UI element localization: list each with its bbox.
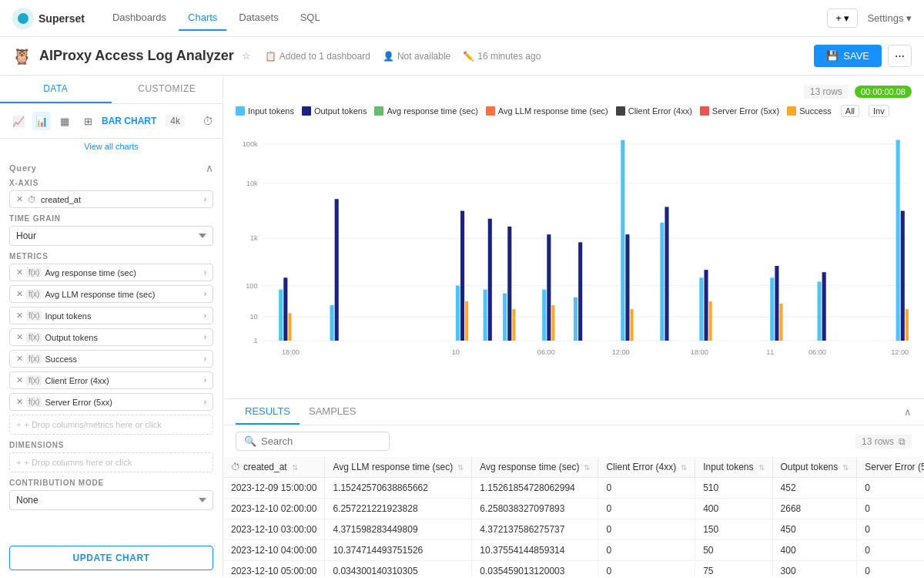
topnav-right: + ▾ Settings ▾	[827, 8, 912, 28]
nav-sql[interactable]: SQL	[291, 5, 330, 31]
svg-rect-38	[704, 270, 708, 341]
dimensions-drop-zone[interactable]: + + Drop columns here or click	[9, 452, 213, 472]
col-header-output-tokens[interactable]: Output tokens ⇅	[772, 457, 857, 478]
svg-rect-26	[512, 309, 515, 341]
save-button[interactable]: 💾 SAVE	[814, 45, 882, 67]
view-all-charts-link[interactable]: View all charts	[0, 139, 223, 154]
copy-icon[interactable]: ⧉	[899, 436, 906, 447]
legend-all-button[interactable]: All	[841, 105, 859, 117]
legend-label-avg-llm: Avg LLM response time (sec)	[498, 106, 608, 116]
query-section-title: Query	[9, 163, 37, 173]
nav-charts[interactable]: Charts	[179, 5, 226, 31]
table-cell: 10.37554144859314	[472, 540, 598, 561]
table-cell: 1.15242570638865662	[325, 478, 472, 499]
bar-chart-icon[interactable]: 📊	[32, 112, 51, 130]
results-table-container: ⏱ created_at ⇅ Avg LLM response time (se…	[223, 457, 924, 576]
svg-rect-32	[621, 140, 624, 341]
svg-text:10: 10	[452, 348, 460, 356]
nav-datasets[interactable]: Datasets	[229, 5, 287, 31]
chart-visualization: 100k 10k 1k 100 10 1	[236, 125, 912, 368]
svg-text:12:00: 12:00	[612, 348, 630, 356]
area-chart-icon[interactable]: ▦	[55, 112, 74, 130]
search-input[interactable]	[261, 435, 381, 447]
legend-label-client-error: Client Error (4xx)	[628, 106, 692, 116]
metric-3-arrow[interactable]: ›	[204, 333, 206, 341]
table-cell: 510	[695, 478, 772, 499]
x-axis-close[interactable]: ✕	[16, 194, 23, 204]
more-button[interactable]: ⋯	[888, 45, 912, 67]
col-header-server-error[interactable]: Server Error (5xx) ⇅	[857, 457, 924, 478]
table-cell: 4.372137586275737	[472, 519, 598, 540]
tab-data[interactable]: DATA	[0, 76, 112, 103]
logo-text: Superset	[38, 12, 85, 25]
metric-0-arrow[interactable]: ›	[204, 268, 206, 277]
legend-label-success: Success	[799, 106, 832, 116]
add-button[interactable]: + ▾	[827, 8, 858, 28]
legend-avg-response: Avg response time (sec)	[374, 106, 477, 116]
table-cell: 0.035459013120003	[472, 561, 598, 577]
svg-text:1: 1	[253, 337, 257, 344]
metric-5-close[interactable]: ✕	[16, 375, 23, 385]
tab-results[interactable]: RESULTS	[236, 399, 300, 425]
metric-2-arrow[interactable]: ›	[204, 311, 206, 320]
table-cell: 6.257221221923828	[325, 499, 472, 519]
chart-top-bar: 13 rows 00:00:00.08	[236, 85, 912, 99]
metric-4-label: Success	[45, 355, 200, 364]
metric-0-close[interactable]: ✕	[16, 267, 23, 277]
metric-6-arrow[interactable]: ›	[204, 398, 206, 406]
legend-dot-avg-llm	[486, 106, 495, 116]
app-logo[interactable]: Superset	[12, 8, 85, 29]
svg-text:100k: 100k	[243, 140, 258, 148]
svg-rect-34	[631, 309, 634, 341]
results-collapse-icon[interactable]: ∧	[904, 406, 912, 418]
metric-4-arrow[interactable]: ›	[204, 355, 206, 363]
header-actions: 💾 SAVE ⋯	[814, 45, 912, 67]
settings-button[interactable]: Settings ▾	[867, 12, 912, 24]
update-chart-button[interactable]: UPDATE CHART	[9, 546, 213, 570]
availability-meta: 👤 Not available	[383, 51, 450, 62]
table-cell: 0	[857, 499, 924, 519]
page-header: 🦉 AIProxy Access Log Analyzer ☆ 📋 Added …	[0, 37, 924, 76]
col-header-created-at[interactable]: ⏱ created_at ⇅	[223, 457, 325, 478]
nav-dashboards[interactable]: Dashboards	[103, 5, 176, 31]
metric-2-close[interactable]: ✕	[16, 311, 23, 321]
table-cell: 150	[695, 519, 772, 540]
metric-4-close[interactable]: ✕	[16, 354, 23, 364]
x-axis-label: X-AXIS	[9, 179, 213, 187]
col-header-client-error[interactable]: Client Error (4xx) ⇅	[598, 457, 695, 478]
table-chart-icon[interactable]: ⊞	[79, 112, 97, 130]
svg-text:10: 10	[249, 313, 257, 321]
chart-icons: 📈 📊 ▦ ⊞	[9, 112, 97, 130]
query-collapse-icon[interactable]: ∧	[206, 162, 213, 174]
metric-6-close[interactable]: ✕	[16, 397, 23, 407]
tab-samples[interactable]: SAMPLES	[300, 399, 365, 425]
favorite-icon[interactable]: ☆	[242, 50, 251, 62]
results-table: ⏱ created_at ⇅ Avg LLM response time (se…	[223, 457, 924, 576]
metric-1-arrow[interactable]: ›	[204, 290, 206, 298]
svg-rect-45	[896, 140, 900, 341]
metric-1-close[interactable]: ✕	[16, 289, 23, 299]
svg-rect-43	[817, 281, 821, 341]
svg-text:18:00: 18:00	[691, 348, 708, 356]
legend-inv-button[interactable]: Inv	[869, 105, 889, 117]
x-axis-field: ✕ ⏱ created_at ›	[9, 190, 213, 208]
topnav: Superset Dashboards Charts Datasets SQL …	[0, 0, 924, 37]
line-chart-icon[interactable]: 📈	[9, 112, 28, 130]
x-axis-arrow[interactable]: ›	[204, 195, 206, 203]
col-header-avg-response[interactable]: Avg response time (sec) ⇅	[472, 457, 598, 478]
table-cell: 0	[857, 478, 924, 499]
metric-5-arrow[interactable]: ›	[204, 376, 206, 385]
metrics-drop-zone[interactable]: + + Drop columns/metrics here or click	[9, 415, 213, 435]
col-header-input-tokens[interactable]: Input tokens ⇅	[695, 457, 772, 478]
svg-rect-19	[456, 286, 460, 341]
svg-point-1	[18, 13, 28, 24]
table-cell: 50	[695, 540, 772, 561]
chart-area: 13 rows 00:00:00.08 Input tokens Output …	[223, 76, 924, 399]
col-header-avg-llm[interactable]: Avg LLM response time (sec) ⇅	[325, 457, 472, 478]
sort-icon-4: ⇅	[758, 463, 765, 472]
contribution-select[interactable]: None	[9, 490, 213, 510]
time-grain-select[interactable]: Hour	[9, 226, 213, 246]
metric-3-close[interactable]: ✕	[16, 332, 23, 342]
tab-customize[interactable]: CUSTOMIZE	[112, 76, 223, 103]
clock-chart-icon[interactable]: ⏱	[203, 115, 213, 127]
